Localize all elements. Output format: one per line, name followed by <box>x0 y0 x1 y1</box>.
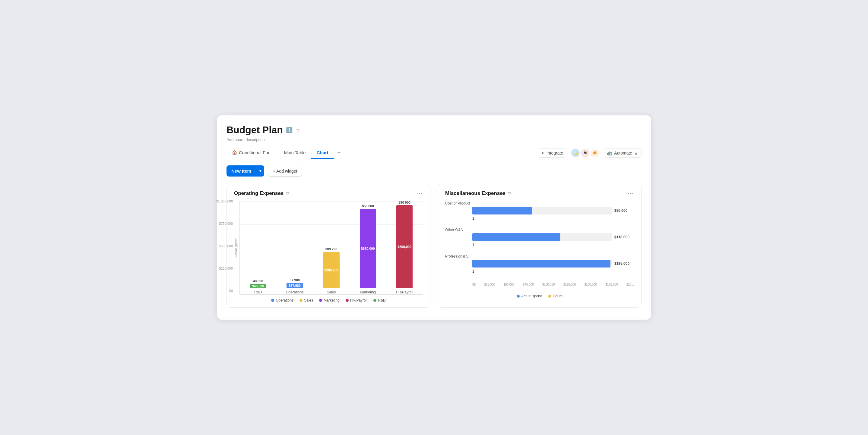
chart-title-row: Operating Expenses ▽ <box>234 190 289 196</box>
h-bar-chart: Cost of Product $80,000 1 Other G&A <box>445 201 634 289</box>
avatar-1: 🌙 <box>571 149 580 157</box>
bar-hrpayroll-segment: $890,000 <box>396 205 412 288</box>
h-bar-value-ga: $118,000 <box>614 235 634 239</box>
legend-dot-operations <box>271 299 274 302</box>
toolbar: New Item ▾ + Add widget <box>226 165 642 176</box>
filter-icon-misc[interactable]: ▽ <box>508 191 511 196</box>
h-count-cost: 1 <box>472 216 634 221</box>
h-bar-track-professional <box>472 260 612 268</box>
bar-hrpayroll: 890 000 $890,000 HR/Payroll <box>390 201 420 294</box>
bar-operations-segment: $57,980 <box>286 283 303 288</box>
page-title: Budget Plan <box>226 125 283 136</box>
h-bar-track-ga <box>472 233 612 241</box>
bar-sales-x-label: Sales <box>327 290 336 294</box>
bar-hrpayroll-segment-label: $890,000 <box>398 245 411 248</box>
bar-sales: 389 760 $389,760 Sales <box>316 247 346 294</box>
y-label-500k: $500,000 <box>219 244 233 248</box>
y-label-750k: $750,000 <box>219 222 233 225</box>
x-tick-100k: $100,000 <box>542 283 555 286</box>
bar-hrpayroll-label: 890 000 <box>398 201 410 204</box>
x-tick-25k: $25,000 <box>484 283 495 286</box>
bar-rd-segment: $48,000 <box>250 284 266 288</box>
bar-operations-x-label: Operations <box>286 290 304 294</box>
chevron-up-icon: ▲ <box>634 150 638 156</box>
new-item-label: New Item <box>226 165 256 176</box>
automate-icon: 🤖 <box>607 150 612 156</box>
tab-chart[interactable]: Chart <box>311 147 334 159</box>
legend-dot-rd <box>373 299 376 302</box>
legend-marketing: Marketing <box>319 298 340 302</box>
y-axis-label: Actual spend <box>234 201 238 295</box>
chart-title-row-misc: Miscellaneous Expenses ▽ <box>445 190 511 196</box>
integrate-button[interactable]: ✦ Integrate <box>538 148 566 158</box>
legend-rd: R&D <box>373 298 385 302</box>
star-icon[interactable]: ☆ <box>296 127 300 133</box>
y-labels: $1,000,000 $750,000 $500,000 $250,000 $0 <box>216 201 233 294</box>
bar-chart-area: Actual spend $1,000,000 $750,000 $500,00… <box>234 201 423 295</box>
bar-rd-segment-label: $48,000 <box>252 285 264 288</box>
h-bar-track-cost <box>472 207 612 214</box>
y-label-0: $0 <box>229 289 233 293</box>
misc-legend: Actual spend Count <box>445 294 634 298</box>
h-bar-fill-cost <box>472 207 532 214</box>
bar-marketing-stack: $850,000 <box>360 209 376 288</box>
integrate-icon: ✦ <box>541 150 545 156</box>
y-label-250k: $250,000 <box>219 267 233 270</box>
legend-dot-actual <box>517 295 520 298</box>
tabs-right: ✦ Integrate 🌙 M 🔥 🤖 Automate ▲ <box>538 148 642 158</box>
bar-operations-segment-label: $57,980 <box>289 284 301 288</box>
filter-icon[interactable]: ▽ <box>286 191 289 196</box>
h-bar-row-professional: $185,000 <box>472 260 634 268</box>
h-bar-label-cost: Cost of Product <box>445 201 634 205</box>
bar-operations: 57 980 $57,980 Operations <box>279 278 310 294</box>
home-icon: 🏠 <box>232 150 237 155</box>
h-bar-value-professional: $185,000 <box>614 262 634 266</box>
bar-marketing: 850 000 $850,000 Marketing <box>352 204 383 294</box>
bar-hrpayroll-stack: $890,000 <box>396 205 412 288</box>
tab-conditional[interactable]: 🏠 Conditional For... <box>226 147 278 159</box>
operating-expenses-title: Operating Expenses <box>234 190 283 196</box>
automate-button[interactable]: 🤖 Automate ▲ <box>604 148 642 158</box>
avatar-2: M <box>581 149 589 157</box>
h-bar-value-cost: $80,000 <box>614 208 634 213</box>
legend-operations: Operations <box>271 298 293 302</box>
avatar-icons: 🌙 M 🔥 <box>571 149 599 157</box>
bar-sales-stack: $389,760 <box>323 252 340 288</box>
app-container: Budget Plan ℹ️ ☆ Add board description 🏠… <box>217 115 651 320</box>
bar-marketing-label: 850 000 <box>362 204 374 208</box>
bar-hrpayroll-x-label: HR/Payroll <box>396 290 413 294</box>
operating-expenses-card: Operating Expenses ▽ ··· Actual spend $1… <box>226 184 430 308</box>
more-options-icon[interactable]: ··· <box>416 190 423 196</box>
x-tick-200k: $20... <box>626 283 634 286</box>
bar-sales-segment: $389,760 <box>323 252 340 288</box>
bar-sales-segment-label: $389,760 <box>324 268 338 272</box>
miscellaneous-expenses-card: Miscellaneous Expenses ▽ ··· Cost of Pro… <box>438 184 642 308</box>
legend-sales: Sales <box>300 298 313 302</box>
add-tab-button[interactable]: + <box>334 147 344 159</box>
x-tick-0: $0 <box>472 283 476 286</box>
bar-operations-label: 57 980 <box>289 278 300 282</box>
legend-dot-count <box>548 295 551 298</box>
bar-marketing-x-label: Marketing <box>360 290 376 294</box>
x-tick-75k: $75,000 <box>523 283 534 286</box>
misc-expenses-title: Miscellaneous Expenses <box>445 190 505 196</box>
legend-hrpayroll: HR/Payroll <box>346 298 367 302</box>
more-options-icon-misc[interactable]: ··· <box>628 190 634 196</box>
bar-marketing-segment: $850,000 <box>360 209 376 288</box>
new-item-button[interactable]: New Item ▾ <box>226 165 264 176</box>
add-widget-button[interactable]: + Add widget <box>268 166 303 176</box>
h-bar-fill-professional <box>472 260 611 268</box>
info-icon[interactable]: ℹ️ <box>286 127 292 133</box>
bar-rd-label: 48 000 <box>253 279 263 283</box>
new-item-chevron-icon[interactable]: ▾ <box>256 166 264 176</box>
h-bar-cost-of-product: Cost of Product $80,000 1 <box>472 201 634 221</box>
avatar-3: 🔥 <box>591 149 599 157</box>
h-bar-label-ga: Other G&A <box>445 228 634 232</box>
h-bar-row-ga: $118,000 <box>472 233 634 241</box>
legend-dot-marketing <box>319 299 322 302</box>
bar-marketing-segment-label: $850,000 <box>361 247 375 250</box>
legend-dot-sales <box>300 299 303 302</box>
legend-count: Count <box>548 294 562 298</box>
page-header: Budget Plan ℹ️ ☆ <box>226 125 642 136</box>
tab-main-table[interactable]: Main Table <box>278 147 311 159</box>
